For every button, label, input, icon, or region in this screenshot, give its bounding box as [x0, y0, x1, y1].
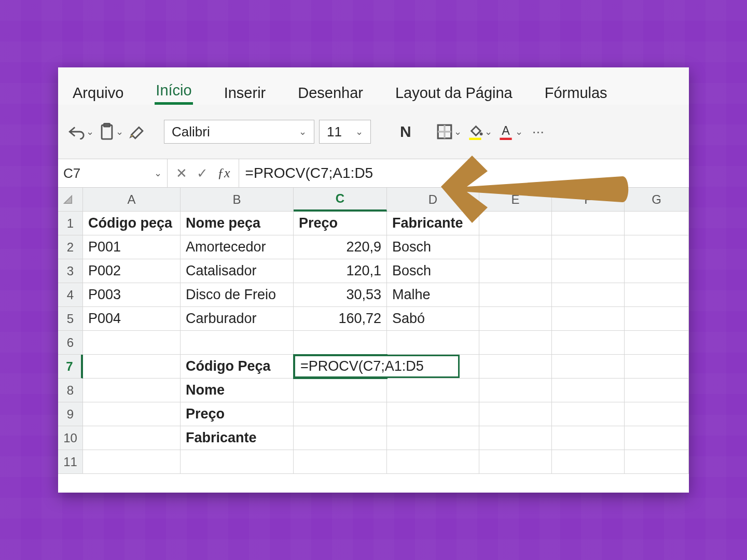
row-header-9[interactable]: 9 [58, 402, 83, 426]
cell-C10[interactable] [294, 426, 387, 450]
tab-inicio[interactable]: Início [155, 79, 192, 105]
cell-E4[interactable] [479, 283, 552, 307]
cell-G10[interactable] [625, 426, 689, 450]
cell-F3[interactable] [552, 259, 625, 283]
cell-E3[interactable] [479, 259, 552, 283]
formula-input[interactable]: =PROCV(C7;A1:D5 [239, 159, 689, 187]
font-name-select[interactable]: Calibri ⌄ [164, 120, 314, 144]
cell-F10[interactable] [552, 426, 625, 450]
fill-color-button[interactable]: ⌄ [467, 120, 492, 143]
cell-A9[interactable] [83, 402, 181, 426]
cell-G11[interactable] [625, 450, 689, 474]
cell-B9[interactable]: Preço [181, 402, 294, 426]
cell-C11[interactable] [294, 450, 387, 474]
row-header-5[interactable]: 5 [58, 307, 83, 331]
cell-F5[interactable] [552, 307, 625, 331]
cell-B10[interactable]: Fabricante [181, 426, 294, 450]
row-header-2[interactable]: 2 [58, 235, 83, 259]
cell-A4[interactable]: P003 [83, 283, 181, 307]
cell-G2[interactable] [625, 235, 689, 259]
tab-desenhar[interactable]: Desenhar [297, 81, 364, 105]
font-size-select[interactable]: 11 ⌄ [319, 120, 371, 144]
col-header-D[interactable]: D [387, 188, 479, 212]
cell-F7[interactable] [552, 355, 625, 379]
cell-G3[interactable] [625, 259, 689, 283]
cell-D11[interactable] [387, 450, 479, 474]
font-color-button[interactable]: A ⌄ [497, 120, 523, 143]
cell-G6[interactable] [625, 331, 689, 355]
cell-G9[interactable] [625, 402, 689, 426]
cell-F6[interactable] [552, 331, 625, 355]
cell-B4[interactable]: Disco de Freio [181, 283, 294, 307]
col-header-E[interactable]: E [479, 188, 552, 212]
cell-A1[interactable]: Código peça [83, 212, 181, 235]
row-header-7[interactable]: 7 [58, 355, 83, 379]
cell-D8[interactable] [387, 379, 479, 402]
col-header-G[interactable]: G [625, 188, 689, 212]
cell-A2[interactable]: P001 [83, 235, 181, 259]
enter-formula-button[interactable]: ✓ [197, 165, 208, 181]
cell-A7[interactable] [83, 355, 181, 379]
cell-E1[interactable] [479, 212, 552, 235]
cell-B8[interactable]: Nome [181, 379, 294, 402]
cell-F11[interactable] [552, 450, 625, 474]
cell-B6[interactable] [181, 331, 294, 355]
row-header-6[interactable]: 6 [58, 331, 83, 355]
cell-G7[interactable] [625, 355, 689, 379]
cell-C6[interactable] [294, 331, 387, 355]
cell-E8[interactable] [479, 379, 552, 402]
cell-B11[interactable] [181, 450, 294, 474]
cell-C7[interactable]: =PROCV(C7;A1:D5 [294, 355, 387, 379]
tab-inserir[interactable]: Inserir [223, 81, 267, 105]
cell-E2[interactable] [479, 235, 552, 259]
cell-G1[interactable] [625, 212, 689, 235]
cell-A10[interactable] [83, 426, 181, 450]
cell-G4[interactable] [625, 283, 689, 307]
cancel-formula-button[interactable]: ✕ [176, 165, 187, 181]
cell-A6[interactable] [83, 331, 181, 355]
cell-C4[interactable]: 30,53 [294, 283, 387, 307]
cell-B2[interactable]: Amortecedor [181, 235, 294, 259]
cell-E7[interactable] [479, 355, 552, 379]
cell-C5[interactable]: 160,72 [294, 307, 387, 331]
row-header-10[interactable]: 10 [58, 426, 83, 450]
bold-button[interactable]: N [395, 120, 417, 143]
cell-E11[interactable] [479, 450, 552, 474]
col-header-B[interactable]: B [181, 188, 294, 212]
cell-D2[interactable]: Bosch [387, 235, 479, 259]
tab-layout-pagina[interactable]: Layout da Página [394, 81, 514, 105]
cell-A5[interactable]: P004 [83, 307, 181, 331]
cell-F2[interactable] [552, 235, 625, 259]
cell-F1[interactable] [552, 212, 625, 235]
col-header-C[interactable]: C [294, 188, 387, 212]
cell-D9[interactable] [387, 402, 479, 426]
cell-A3[interactable]: P002 [83, 259, 181, 283]
cell-F4[interactable] [552, 283, 625, 307]
cell-D6[interactable] [387, 331, 479, 355]
insert-function-button[interactable]: ƒx [217, 165, 230, 181]
row-header-1[interactable]: 1 [58, 212, 83, 235]
tab-arquivo[interactable]: Arquivo [72, 81, 125, 105]
undo-button[interactable]: ⌄ [67, 120, 94, 143]
cell-F8[interactable] [552, 379, 625, 402]
col-header-F[interactable]: F [552, 188, 625, 212]
cell-D1[interactable]: Fabricante [387, 212, 479, 235]
cell-G5[interactable] [625, 307, 689, 331]
cell-G8[interactable] [625, 379, 689, 402]
cell-E6[interactable] [479, 331, 552, 355]
format-painter-button[interactable] [129, 120, 146, 143]
cell-C8[interactable] [294, 379, 387, 402]
more-commands-button[interactable]: ··· [532, 120, 544, 143]
cell-grid[interactable]: A B C D E F G 1 Código peça Nome peça Pr… [58, 188, 689, 474]
col-header-A[interactable]: A [83, 188, 181, 212]
cell-B1[interactable]: Nome peça [181, 212, 294, 235]
cell-A8[interactable] [83, 379, 181, 402]
row-header-4[interactable]: 4 [58, 283, 83, 307]
row-header-11[interactable]: 11 [58, 450, 83, 474]
cell-D3[interactable]: Bosch [387, 259, 479, 283]
borders-button[interactable]: ⌄ [436, 120, 462, 143]
cell-B5[interactable]: Carburador [181, 307, 294, 331]
row-header-3[interactable]: 3 [58, 259, 83, 283]
cell-C1[interactable]: Preço [294, 212, 387, 235]
cell-C9[interactable] [294, 402, 387, 426]
